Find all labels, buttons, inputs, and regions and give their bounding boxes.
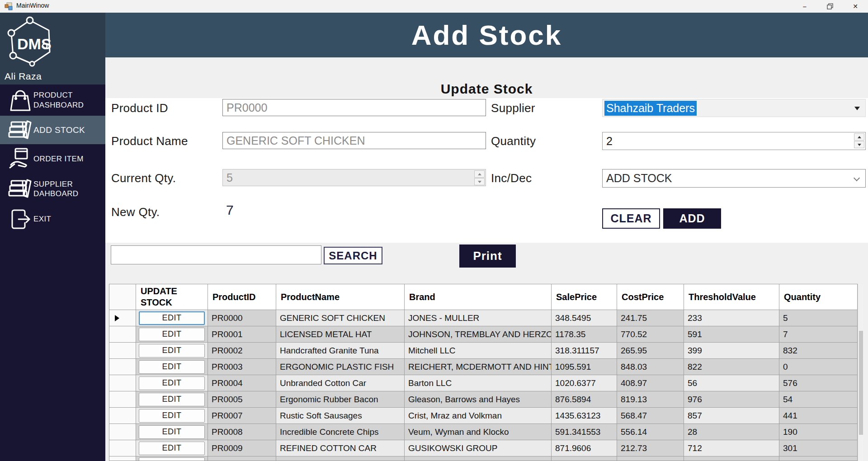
column-header-update_stock[interactable]: UPDATE STOCK <box>136 284 208 310</box>
add-button[interactable]: ADD <box>663 208 721 229</box>
cell-sale_price[interactable]: 1178.35 <box>552 326 617 343</box>
cell-quantity[interactable]: 190 <box>779 424 858 440</box>
cell-product_id[interactable]: PR0009 <box>208 440 276 456</box>
cell-quantity[interactable]: 54 <box>779 391 858 408</box>
column-header-quantity[interactable]: Quantity <box>779 284 858 310</box>
cell-brand[interactable]: GUSIKOWSKI GROUP <box>405 440 552 456</box>
edit-button[interactable]: EDIT <box>139 393 204 406</box>
cell-sale_price[interactable]: 591.341553 <box>552 424 617 440</box>
cell-threshold_value[interactable]: 857 <box>684 408 779 424</box>
cell-threshold_value[interactable]: 976 <box>684 391 779 408</box>
cell-brand[interactable]: REICHERT, MCDERMOTT AND HINTZ <box>405 359 552 375</box>
cell-brand[interactable]: Mitchell LLC <box>405 343 552 359</box>
cell-product_name[interactable]: REFINED COTTON CAR <box>276 440 405 456</box>
cell-cost_price[interactable]: 556.14 <box>617 424 684 440</box>
cell-product_name[interactable]: Rustic Soft Sausages <box>276 408 405 424</box>
cell-threshold_value[interactable]: 591 <box>684 326 779 343</box>
cell-brand[interactable]: Veum, Wyman and Klocko <box>405 424 552 440</box>
close-button[interactable]: ✕ <box>843 0 868 13</box>
spin-up-button[interactable] <box>854 133 864 141</box>
sidebar-item-supplier-dashboard[interactable]: SUPPLIER DAHBOARD <box>0 174 105 204</box>
cell-quantity[interactable]: 441 <box>779 408 858 424</box>
sidebar-item-order-item[interactable]: ORDER ITEM <box>0 144 105 174</box>
scrollbar-thumb[interactable] <box>859 331 863 435</box>
supplier-combobox[interactable]: Shahzaib Traders <box>602 99 866 117</box>
spin-up-button[interactable] <box>474 170 485 178</box>
row-header-cell[interactable] <box>109 326 136 343</box>
edit-button[interactable]: EDIT <box>139 311 204 325</box>
cell-sale_price[interactable]: 1095.591 <box>552 359 617 375</box>
edit-button[interactable]: EDIT <box>139 442 204 455</box>
product-name-field[interactable]: GENERIC SOFT CHICKEN <box>222 132 486 149</box>
cell-product_name[interactable]: ERGONOMIC PLASTIC FISH <box>276 359 405 375</box>
sidebar-item-product-dashboard[interactable]: PRODUCT DASHBOARD <box>0 85 105 116</box>
cell-product_name[interactable]: Unbranded Cotton Car <box>276 375 405 391</box>
cell-quantity[interactable]: 301 <box>779 440 858 456</box>
search-input[interactable] <box>111 245 321 264</box>
cell-product_id[interactable]: PR0002 <box>208 343 276 359</box>
cell-quantity[interactable]: 5 <box>779 310 858 326</box>
search-button[interactable]: SEARCH <box>324 247 382 264</box>
column-header-product_name[interactable]: ProductName <box>276 284 405 310</box>
row-header-cell[interactable] <box>109 440 136 456</box>
edit-button[interactable]: EDIT <box>139 328 204 341</box>
cell-quantity[interactable]: 832 <box>779 343 858 359</box>
cell-cost_price[interactable]: 568.47 <box>617 408 684 424</box>
cell-cost_price[interactable]: 848.03 <box>617 359 684 375</box>
row-header-cell[interactable] <box>109 375 136 391</box>
clear-button[interactable]: CLEAR <box>602 208 660 229</box>
cell-product_name[interactable]: LICENSED METAL HAT <box>276 326 405 343</box>
cell-cost_price[interactable]: 241.75 <box>617 310 684 326</box>
vertical-scrollbar[interactable] <box>858 284 863 461</box>
cell-threshold_value[interactable]: 233 <box>684 310 779 326</box>
row-header-cell[interactable] <box>109 343 136 359</box>
column-header-product_id[interactable]: ProductID <box>208 284 276 310</box>
quantity-stepper[interactable]: 2 <box>602 132 866 150</box>
column-header-sale_price[interactable]: SalePrice <box>552 284 617 310</box>
row-header-cell[interactable] <box>109 391 136 408</box>
cell-sale_price[interactable]: 1020.6377 <box>552 375 617 391</box>
spin-down-button[interactable] <box>854 141 864 148</box>
cell-product_name[interactable]: Incredible Concrete Chips <box>276 424 405 440</box>
cell-threshold_value[interactable]: 399 <box>684 343 779 359</box>
cell-product_id[interactable]: PR0005 <box>208 391 276 408</box>
edit-button[interactable]: EDIT <box>139 376 204 390</box>
cell-product_name[interactable]: Handcrafted Granite Tuna <box>276 343 405 359</box>
cell-quantity[interactable]: 576 <box>779 375 858 391</box>
cell-cost_price[interactable]: 212.73 <box>617 440 684 456</box>
spin-down-button[interactable] <box>474 178 485 185</box>
cell-product_name[interactable]: GENERIC SOFT CHICKEN <box>276 310 405 326</box>
cell-brand[interactable]: Crist, Mraz and Volkman <box>405 408 552 424</box>
product-id-field[interactable]: PR0000 <box>222 99 486 116</box>
cell-threshold_value[interactable]: 822 <box>684 359 779 375</box>
edit-button[interactable]: EDIT <box>139 409 204 423</box>
cell-cost_price[interactable]: 408.97 <box>617 375 684 391</box>
edit-button[interactable]: EDIT <box>139 425 204 439</box>
print-button[interactable]: Print <box>459 245 516 268</box>
sidebar-item-exit[interactable]: EXIT <box>0 204 105 234</box>
row-header-cell[interactable] <box>109 359 136 375</box>
cell-cost_price[interactable]: 819.13 <box>617 391 684 408</box>
cell-brand[interactable]: Barton LLC <box>405 375 552 391</box>
cell-product_id[interactable]: PR0001 <box>208 326 276 343</box>
column-header-brand[interactable]: Brand <box>405 284 552 310</box>
row-header-cell[interactable] <box>109 310 136 326</box>
cell-sale_price[interactable]: 1435.63123 <box>552 408 617 424</box>
sidebar-item-add-stock[interactable]: ADD STOCK <box>0 116 105 144</box>
restore-button[interactable] <box>817 0 843 13</box>
cell-sale_price[interactable]: 871.9606 <box>552 440 617 456</box>
cell-product_id[interactable]: PR0004 <box>208 375 276 391</box>
row-header-cell[interactable] <box>109 424 136 440</box>
cell-sale_price[interactable]: 876.5894 <box>552 391 617 408</box>
cell-product_id[interactable]: PR0000 <box>208 310 276 326</box>
edit-button[interactable]: EDIT <box>139 360 204 374</box>
cell-sale_price[interactable]: 348.5495 <box>552 310 617 326</box>
cell-product_id[interactable]: PR0003 <box>208 359 276 375</box>
cell-threshold_value[interactable]: 712 <box>684 440 779 456</box>
cell-brand[interactable]: JONES - MULLER <box>405 310 552 326</box>
minimize-button[interactable]: − <box>792 0 817 13</box>
cell-product_name[interactable]: Ergonomic Rubber Bacon <box>276 391 405 408</box>
column-header-threshold_value[interactable]: ThresholdValue <box>684 284 779 310</box>
cell-cost_price[interactable]: 770.52 <box>617 326 684 343</box>
cell-threshold_value[interactable]: 56 <box>684 375 779 391</box>
